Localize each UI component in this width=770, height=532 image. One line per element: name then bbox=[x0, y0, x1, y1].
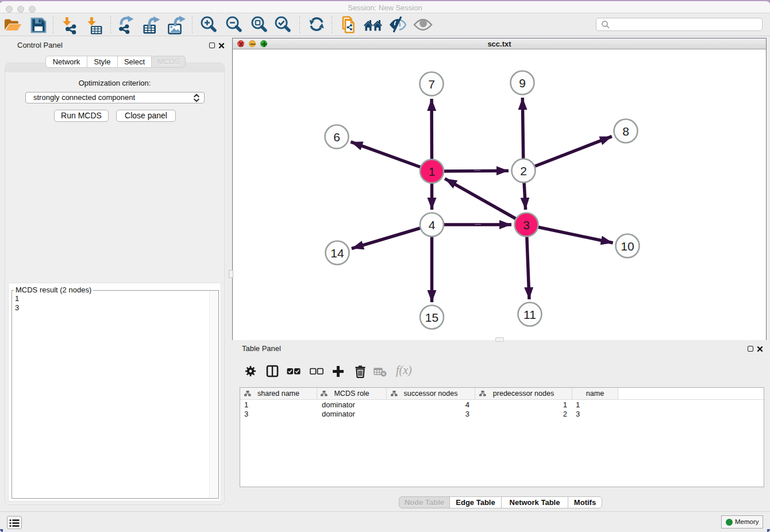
svg-text:14: 14 bbox=[330, 246, 344, 260]
svg-text:11: 11 bbox=[523, 308, 536, 321]
svg-text:6: 6 bbox=[333, 130, 340, 144]
svg-text:9: 9 bbox=[519, 76, 526, 90]
svg-text:7: 7 bbox=[428, 78, 435, 91]
svg-text:15: 15 bbox=[425, 311, 438, 324]
svg-text:2: 2 bbox=[520, 164, 527, 178]
svg-text:4: 4 bbox=[429, 218, 436, 232]
svg-text:10: 10 bbox=[621, 240, 634, 253]
svg-text:3: 3 bbox=[523, 218, 530, 232]
svg-text:1: 1 bbox=[429, 165, 436, 178]
svg-text:8: 8 bbox=[622, 125, 629, 138]
